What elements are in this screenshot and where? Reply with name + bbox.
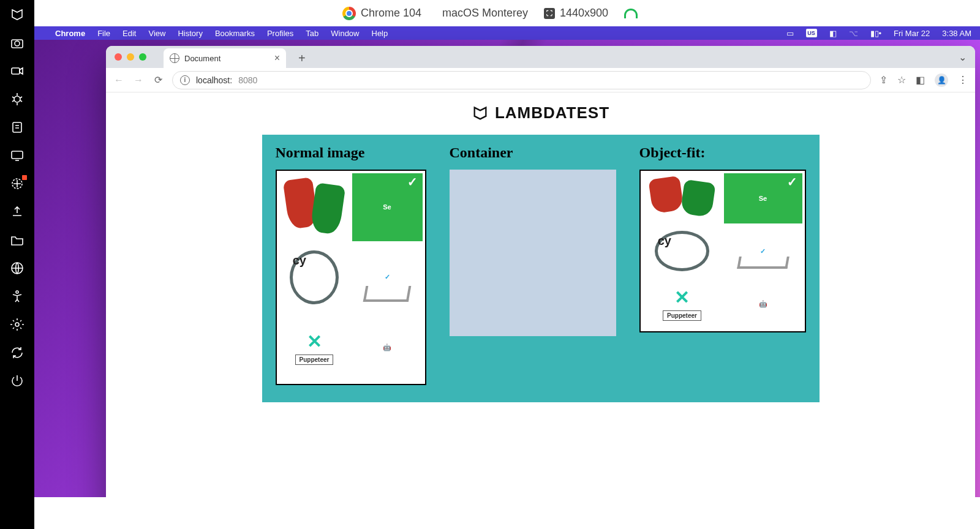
clock-time[interactable]: 3:38 AM	[942, 29, 971, 38]
empty-container	[450, 170, 616, 336]
katalon-icon: ✓	[724, 226, 802, 276]
resolution-label: 1440x900	[560, 7, 608, 20]
playwright-icon	[643, 173, 722, 223]
kebab-menu-icon[interactable]: ⋮	[958, 74, 968, 86]
settings-icon[interactable]	[10, 317, 24, 332]
browser-tab[interactable]: Document ×	[164, 48, 286, 68]
clock-date[interactable]: Fri Mar 22	[894, 29, 930, 38]
svg-point-3	[14, 96, 20, 102]
heading-normal: Normal image	[276, 144, 426, 161]
toolbar-actions: ⇪ ☆ ◧ 👤 ⋮	[880, 73, 968, 87]
zoom-window-button[interactable]	[139, 53, 146, 61]
reload-button[interactable]: ⟳	[153, 74, 164, 86]
normal-image: Se cy ✓ ✕Puppeteer 🤖	[276, 170, 426, 385]
puppeteer-icon: ✕Puppeteer	[279, 313, 350, 381]
address-bar[interactable]: i localhost:8080	[172, 71, 871, 89]
upload-icon[interactable]	[10, 204, 24, 219]
control-center-icon[interactable]: ◧	[829, 29, 837, 38]
menu-help[interactable]: Help	[372, 29, 388, 38]
svg-rect-5	[12, 151, 23, 159]
resolution-info: ⛶ 1440x900	[544, 7, 608, 20]
robot-icon: 🤖	[352, 313, 423, 381]
brand-text: LAMBDATEST	[495, 103, 609, 122]
lambdatest-logo-icon	[472, 105, 489, 122]
new-tab-button[interactable]: +	[298, 51, 308, 61]
menu-window[interactable]: Window	[331, 29, 359, 38]
globe-icon	[170, 53, 179, 63]
menu-file[interactable]: File	[97, 29, 110, 38]
session-info-bar: Chrome 104 macOS Monterey ⛶ 1440x900	[0, 0, 980, 26]
back-button[interactable]: ←	[113, 75, 124, 86]
svg-point-9	[15, 323, 19, 326]
url-port: 8080	[238, 75, 257, 85]
menu-edit[interactable]: Edit	[123, 29, 136, 38]
brand-header: LAMBDATEST	[472, 103, 609, 122]
remote-desktop: Chrome File Edit View History Bookmarks …	[34, 26, 980, 529]
lambdatest-icon[interactable]	[10, 7, 24, 22]
browser-label: Chrome 104	[361, 7, 421, 20]
container-column: Container	[450, 144, 616, 336]
input-source[interactable]: US	[806, 29, 817, 37]
chrome-icon	[342, 7, 356, 20]
tab-title: Document	[184, 54, 221, 63]
bluetooth-icon[interactable]: ⌥	[849, 29, 858, 38]
forward-button[interactable]: →	[133, 75, 144, 86]
selenium-icon: Se	[724, 173, 802, 223]
rainbow-icon	[624, 9, 638, 18]
chrome-window: Document × + ⌄ ← → ⟳ i localhost:8080 ⇪ …	[106, 46, 975, 523]
bottom-whitespace	[34, 497, 980, 529]
tool-sidebar	[0, 0, 34, 529]
window-controls	[115, 53, 146, 61]
resolution-icon: ⛶	[544, 8, 555, 19]
macos-menubar: Chrome File Edit View History Bookmarks …	[34, 26, 980, 40]
cypress-icon: cy	[643, 226, 722, 276]
profile-avatar[interactable]: 👤	[935, 73, 948, 87]
playwright-icon	[279, 173, 350, 241]
power-icon[interactable]	[10, 373, 24, 388]
puppeteer-icon: ✕Puppeteer	[643, 279, 722, 329]
menu-history[interactable]: History	[178, 29, 202, 38]
tab-overflow-button[interactable]: ⌄	[959, 51, 967, 63]
location-icon[interactable]	[10, 176, 24, 191]
menu-profiles[interactable]: Profiles	[267, 29, 293, 38]
refresh-icon[interactable]	[10, 345, 24, 360]
screen-icon[interactable]	[10, 148, 24, 163]
folder-icon[interactable]	[10, 233, 24, 247]
menu-view[interactable]: View	[148, 29, 165, 38]
bookmark-icon[interactable]: ☆	[897, 74, 906, 86]
camera-icon[interactable]	[10, 36, 24, 50]
demo-panel: Normal image Se cy ✓ ✕Puppeteer 🤖 Con	[262, 135, 820, 402]
close-window-button[interactable]	[115, 53, 122, 61]
toolbar: ← → ⟳ i localhost:8080 ⇪ ☆ ◧ 👤 ⋮	[106, 68, 975, 92]
site-info-icon[interactable]: i	[180, 75, 190, 85]
url-host: localhost:	[196, 75, 232, 85]
menu-tab[interactable]: Tab	[306, 29, 318, 38]
normal-image-column: Normal image Se cy ✓ ✕Puppeteer 🤖	[276, 144, 426, 385]
battery-icon[interactable]: ▮▯•	[870, 29, 882, 38]
share-icon[interactable]: ⇪	[880, 74, 888, 86]
video-icon[interactable]	[10, 64, 24, 78]
browser-info: Chrome 104	[342, 7, 421, 20]
minimize-window-button[interactable]	[127, 53, 134, 61]
svg-rect-2	[12, 68, 20, 74]
objectfit-image: Se cy ✓ ✕Puppeteer 🤖	[639, 170, 806, 332]
katalon-icon: ✓	[352, 244, 423, 312]
screen-mirror-icon[interactable]: ▭	[786, 29, 794, 38]
objectfit-column: Object-fit: Se cy ✓ ✕Puppeteer 🤖	[639, 144, 806, 332]
heading-objectfit: Object-fit:	[639, 144, 806, 161]
app-menu[interactable]: Chrome	[55, 29, 85, 38]
menu-bookmarks[interactable]: Bookmarks	[215, 29, 255, 38]
os-info: macOS Monterey	[437, 7, 528, 20]
svg-point-1	[15, 41, 20, 46]
close-tab-icon[interactable]: ×	[274, 53, 280, 64]
sidepanel-icon[interactable]: ◧	[916, 74, 925, 86]
svg-point-8	[16, 291, 18, 293]
network-info	[624, 9, 638, 18]
globe-icon[interactable]	[10, 261, 24, 276]
selenium-icon: Se	[352, 173, 423, 241]
heading-container: Container	[450, 144, 616, 161]
bug-icon[interactable]	[10, 92, 24, 107]
accessibility-icon[interactable]	[10, 289, 24, 304]
note-icon[interactable]	[10, 120, 24, 135]
tab-strip: Document × + ⌄	[106, 46, 975, 68]
